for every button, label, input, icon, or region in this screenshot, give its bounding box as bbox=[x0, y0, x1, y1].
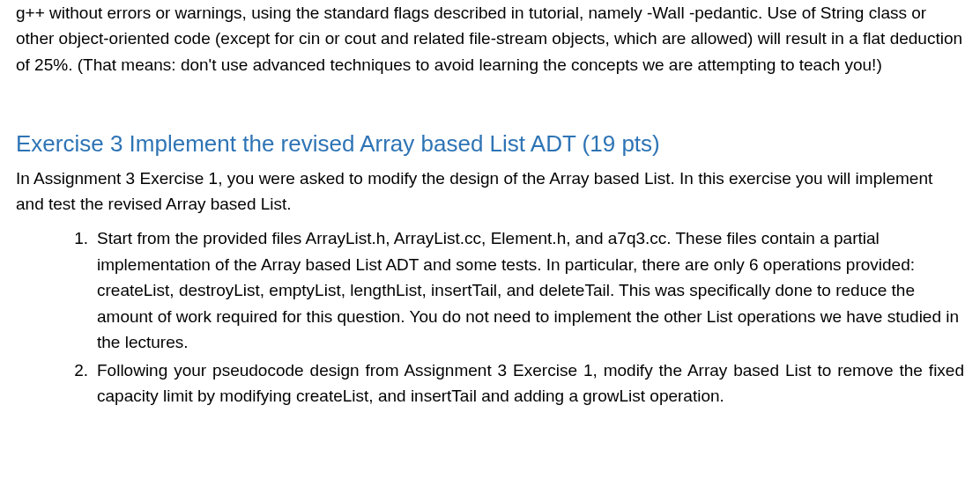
exercise-3-list: Start from the provided files ArrayList.… bbox=[16, 225, 964, 409]
intro-paragraph: g++ without errors or warnings, using th… bbox=[16, 0, 964, 77]
list-item: Start from the provided files ArrayList.… bbox=[71, 225, 964, 355]
exercise-3-heading: Exercise 3 Implement the revised Array b… bbox=[16, 126, 964, 161]
exercise-3-intro: In Assignment 3 Exercise 1, you were ask… bbox=[16, 166, 964, 217]
list-item: Following your pseudocode design from As… bbox=[71, 357, 964, 409]
